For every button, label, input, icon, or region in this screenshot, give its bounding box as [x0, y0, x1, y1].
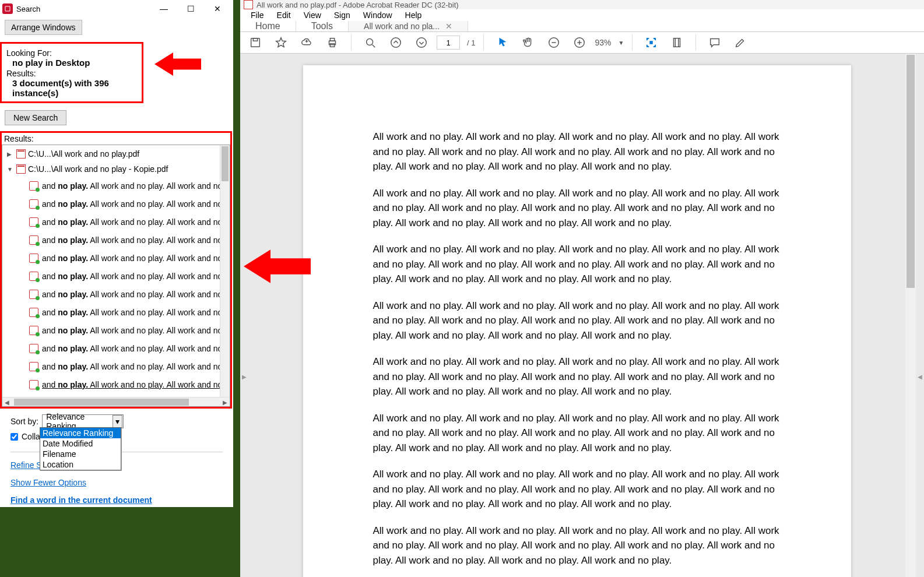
print-icon[interactable] [322, 32, 343, 53]
close-tab-icon[interactable]: ✕ [445, 22, 452, 31]
hit-icon [29, 290, 38, 299]
scroll-right-icon[interactable]: ▶ [220, 397, 230, 407]
search-hit[interactable]: and no play. All work and no play. All w… [2, 249, 230, 267]
page-viewport[interactable]: All work and no play. All work and no pl… [248, 54, 905, 577]
menu-help[interactable]: Help [399, 9, 428, 21]
chevron-right-icon[interactable]: ▶ [7, 151, 14, 157]
tree-doc-collapsed[interactable]: ▶ C:\U...\All work and no play.pdf [2, 146, 230, 161]
comment-icon[interactable] [704, 32, 725, 53]
cloud-upload-icon[interactable] [296, 32, 317, 53]
menu-sign[interactable]: Sign [328, 9, 356, 21]
search-hit[interactable]: and no play. All work and no play. All w… [2, 357, 230, 375]
page-up-icon[interactable] [385, 32, 406, 53]
minimize-button[interactable]: — [150, 0, 177, 17]
acrobat-titlebar: All work and no play.pdf - Adobe Acrobat… [240, 0, 924, 9]
search-hit[interactable]: and no play. All work and no play. All w… [2, 285, 230, 303]
hand-tool-icon[interactable] [518, 32, 539, 53]
tab-tools[interactable]: Tools [296, 21, 349, 31]
page-number-input[interactable] [437, 36, 460, 50]
star-icon[interactable] [270, 32, 291, 53]
hit-icon [29, 217, 38, 227]
search-hit[interactable]: and no play. All work and no play. All w… [2, 303, 230, 321]
tree-doc-path: C:\U...\All work and no play.pdf [28, 149, 139, 159]
looking-for-value: no play in Desktop [6, 58, 137, 68]
document-paragraph: All work and no play. All work and no pl… [373, 186, 781, 231]
scroll-mode-icon[interactable] [666, 32, 687, 53]
find-icon[interactable] [360, 32, 381, 53]
scroll-left-icon[interactable]: ◀ [2, 397, 12, 407]
sort-option[interactable]: Location [40, 459, 121, 470]
tree-doc-expanded[interactable]: ▼ C:\U...\All work and no play - Kopie.p… [2, 161, 230, 177]
results-scrollbar-vertical[interactable] [220, 145, 230, 406]
menu-edit[interactable]: Edit [271, 9, 297, 21]
results-area: Results: ▶ C:\U...\All work and no play.… [0, 131, 232, 409]
maximize-button[interactable]: ☐ [177, 0, 204, 17]
tree-doc-path: C:\U...\All work and no play - Kopie.pdf [28, 164, 168, 174]
sort-row: Sort by: Relevance Ranking ▾ Relevance R… [0, 409, 233, 428]
search-hit[interactable]: and no play. All work and no play. All w… [2, 375, 230, 393]
fit-width-icon[interactable] [641, 32, 662, 53]
adobe-search-icon [2, 3, 13, 14]
results-list: ▶ C:\U...\All work and no play.pdf ▼ C:\… [2, 145, 230, 407]
scrollbar-thumb[interactable] [907, 55, 915, 288]
tab-document[interactable]: All work and no pla... ✕ [349, 21, 468, 31]
search-hit[interactable]: and no play. All work and no play. All w… [2, 177, 230, 195]
right-panel-toggle-icon[interactable]: ◀ [916, 54, 924, 577]
sort-option[interactable]: Date Modified [40, 438, 121, 449]
show-fewer-options-link[interactable]: Show Fewer Options [10, 478, 223, 487]
sort-option[interactable]: Relevance Ranking [40, 428, 121, 438]
svg-point-8 [391, 38, 401, 48]
menu-view[interactable]: View [298, 9, 327, 21]
collapse-paths-checkbox[interactable] [10, 433, 18, 441]
hit-text: and no play. All work and no play. All w… [42, 217, 222, 227]
acrobat-title: All work and no play.pdf - Adobe Acrobat… [257, 1, 459, 9]
close-button[interactable]: ✕ [204, 0, 231, 17]
menu-file[interactable]: File [245, 9, 270, 21]
sort-by-dropdown: Relevance RankingDate ModifiedFilenameLo… [40, 427, 121, 470]
pdf-doc-icon [16, 164, 26, 174]
selection-tool-icon[interactable] [492, 32, 513, 53]
search-hit[interactable]: and no play. All work and no play. All w… [2, 339, 230, 357]
zoom-in-icon[interactable] [569, 32, 590, 53]
hit-icon [29, 362, 38, 371]
results-label: Results: [2, 133, 230, 145]
results-scrollbar-horizontal[interactable]: ◀ ▶ [2, 397, 230, 407]
search-hit[interactable]: and no play. All work and no play. All w… [2, 213, 230, 231]
search-title: Search [16, 5, 150, 13]
hit-text: and no play. All work and no play. All w… [42, 290, 222, 299]
svg-rect-6 [330, 44, 334, 47]
search-hit[interactable]: and no play. All work and no play. All w… [2, 267, 230, 285]
search-hit[interactable]: and no play. All work and no play. All w… [2, 321, 230, 339]
acrobat-window: All work and no play.pdf - Adobe Acrobat… [240, 0, 924, 577]
find-in-document-link[interactable]: Find a word in the current document [10, 495, 223, 505]
scrollbar-thumb[interactable] [14, 399, 189, 406]
highlight-icon[interactable] [730, 32, 751, 53]
menu-window[interactable]: Window [357, 9, 398, 21]
hit-icon [29, 272, 38, 281]
sort-option[interactable]: Filename [40, 449, 121, 459]
scrollbar-thumb[interactable] [222, 146, 229, 181]
svg-rect-12 [650, 41, 654, 44]
document-scrollbar-vertical[interactable] [905, 54, 916, 577]
left-panel-toggle-icon[interactable]: ▶ [240, 54, 248, 577]
sort-by-select[interactable]: Relevance Ranking ▾ [42, 414, 124, 428]
search-hit[interactable]: and no play. All work and no play. All w… [2, 231, 230, 249]
new-search-button[interactable]: New Search [5, 110, 66, 125]
hit-text: and no play. All work and no play. All w… [42, 199, 222, 209]
zoom-value[interactable]: 93% [595, 38, 611, 47]
page-down-icon[interactable] [411, 32, 432, 53]
zoom-out-icon[interactable] [543, 32, 564, 53]
chevron-down-icon[interactable]: ▼ [7, 166, 14, 173]
tab-home[interactable]: Home [240, 21, 296, 31]
document-paragraph: All work and no play. All work and no pl… [373, 354, 781, 399]
hit-text: and no play. All work and no play. All w… [42, 272, 222, 281]
save-icon[interactable] [245, 32, 266, 53]
search-hit[interactable]: and no play. All work and no play. All w… [2, 195, 230, 213]
document-paragraph: All work and no play. All work and no pl… [373, 129, 781, 174]
zoom-dropdown-icon[interactable]: ▼ [619, 40, 624, 46]
svg-rect-13 [674, 38, 680, 47]
document-paragraph: All work and no play. All work and no pl… [373, 242, 781, 287]
arrange-windows-button[interactable]: Arrange Windows [5, 20, 82, 35]
chevron-down-icon[interactable]: ▾ [113, 415, 122, 428]
search-window: Search — ☐ ✕ Arrange Windows Looking For… [0, 0, 233, 507]
